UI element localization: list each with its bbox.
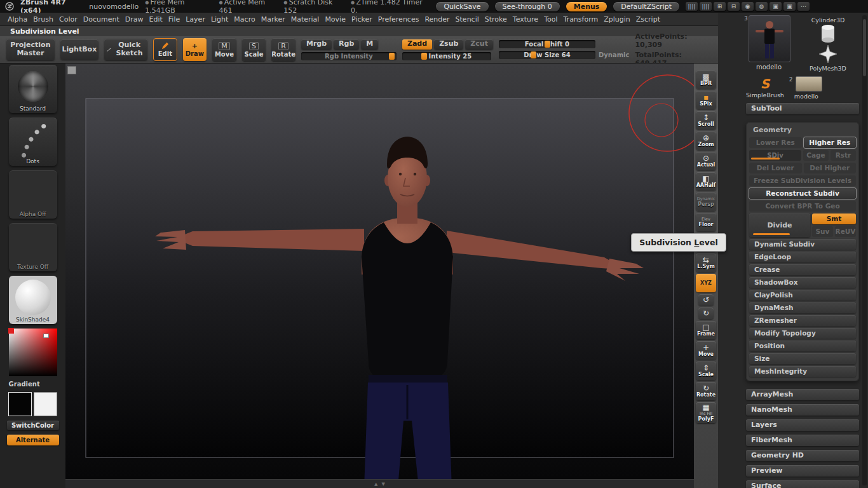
current-tool-thumbnail[interactable]: [749, 15, 790, 62]
geometry-section-header[interactable]: Modify Topology: [749, 328, 856, 339]
menu-item[interactable]: Color: [59, 15, 78, 24]
geometry-section-header[interactable]: Crease: [749, 264, 856, 275]
scroll-button[interactable]: ↕ Scroll: [696, 111, 716, 130]
del-lower-button[interactable]: Del Lower: [749, 163, 802, 173]
geometry-section-header[interactable]: ClayPolish: [749, 290, 856, 301]
rotate-button[interactable]: R Rotate: [271, 38, 295, 61]
convert-bpr-button[interactable]: Convert BPR To Geo: [749, 201, 856, 212]
lock-icon[interactable]: ◉: [742, 2, 754, 11]
lightbox-button[interactable]: LightBox: [60, 39, 98, 60]
canvas-corner-widget[interactable]: [67, 66, 76, 74]
del-higher-button[interactable]: Del Higher: [804, 163, 857, 173]
tool-section-header[interactable]: Layers: [746, 419, 859, 431]
tool-cylinder3d[interactable]: Cylinder3D: [811, 15, 845, 44]
quicksave-button[interactable]: QuickSave: [436, 2, 488, 11]
scroll-down-icon[interactable]: ▼: [382, 482, 385, 487]
actual-button[interactable]: ⊙ Actual: [696, 152, 716, 170]
ui-ribbon-a-icon[interactable]: ||||: [686, 2, 698, 11]
menu-item[interactable]: Preferences: [378, 15, 419, 24]
menu-item[interactable]: Edit: [149, 15, 163, 24]
mrgb-button[interactable]: Mrgb: [301, 39, 332, 50]
z-intensity-handle[interactable]: [421, 53, 427, 60]
rgb-intensity-handle[interactable]: [389, 53, 395, 60]
rgb-intensity-slider[interactable]: Rgb Intensity: [301, 52, 397, 60]
stroke-thumbnail[interactable]: Dots: [9, 118, 57, 166]
menu-item[interactable]: Texture: [513, 15, 538, 24]
alternate-button[interactable]: Alternate: [7, 435, 59, 445]
draw-size-handle[interactable]: [531, 51, 536, 58]
lower-res-button[interactable]: Lower Res: [749, 137, 802, 148]
brush-thumbnail[interactable]: Standard: [9, 65, 57, 113]
menu-item[interactable]: Marker: [261, 15, 285, 24]
dynamic-label[interactable]: Dynamic: [599, 51, 629, 58]
tool-section-header[interactable]: Geometry HD: [746, 450, 859, 461]
persp-button[interactable]: Dynamic Persp: [696, 193, 716, 211]
tool-section-header[interactable]: ArrayMesh: [746, 389, 859, 400]
color-picker[interactable]: [9, 329, 57, 376]
tool-section-header[interactable]: NanoMesh: [746, 404, 859, 416]
focal-shift-handle[interactable]: [545, 41, 550, 48]
spin-ccw-button[interactable]: ↺: [698, 294, 714, 306]
frame-button[interactable]: □ Frame: [696, 321, 716, 339]
window-a-icon[interactable]: ▣: [770, 2, 782, 11]
divider-right-icon[interactable]: ⊟: [728, 2, 740, 11]
sdiv-slider[interactable]: SDiv: [749, 150, 801, 161]
projection-master-button[interactable]: Projection Master: [6, 39, 55, 60]
divide-button[interactable]: Divide: [749, 214, 810, 237]
material-thumbnail[interactable]: SkinShade4: [9, 276, 57, 324]
window-b-icon[interactable]: ▣: [783, 2, 796, 11]
zcut-button[interactable]: Zcut: [465, 39, 493, 50]
menu-item[interactable]: Layer: [186, 15, 205, 24]
suv-button[interactable]: Suv: [812, 226, 833, 237]
menu-item[interactable]: Tool: [544, 15, 557, 24]
higher-res-button[interactable]: Higher Res: [804, 137, 857, 148]
geometry-section-header[interactable]: EdgeLoop: [749, 252, 856, 262]
reuv-button[interactable]: ReUV: [835, 226, 856, 237]
zsub-button[interactable]: Zsub: [434, 39, 463, 50]
tool-section-header[interactable]: Preview: [746, 465, 859, 477]
freeze-subdivision-button[interactable]: Freeze SubDivision Levels: [749, 175, 856, 186]
rotate-button[interactable]: ↻ Rotate: [696, 382, 716, 400]
current-tool[interactable]: 3 modello: [746, 15, 792, 72]
scale-button[interactable]: S Scale: [242, 38, 266, 61]
ui-ribbon-b-icon[interactable]: ||||: [700, 2, 712, 11]
menu-item[interactable]: Movie: [325, 15, 346, 24]
texture-thumbnail[interactable]: Texture Off: [9, 223, 57, 271]
geometry-section-header[interactable]: ShadowBox: [749, 277, 856, 288]
draw-size-slider[interactable]: Draw Size 64: [499, 51, 595, 59]
menu-item[interactable]: File: [168, 15, 180, 24]
tray-scrollbar-thumb[interactable]: [863, 19, 866, 76]
menus-button[interactable]: Menus: [566, 2, 607, 11]
rgb-button[interactable]: Rgb: [334, 39, 359, 50]
geometry-section-header[interactable]: DynaMesh: [749, 302, 856, 313]
geometry-section-header[interactable]: ZRemesher: [749, 315, 856, 326]
tool-polymesh3d[interactable]: PolyMesh3D: [810, 44, 846, 72]
move-button[interactable]: M Move: [212, 38, 236, 61]
tray-scrollbar[interactable]: [862, 15, 867, 485]
subtool-header[interactable]: SubTool: [746, 103, 859, 114]
menu-item[interactable]: Draw: [125, 15, 144, 24]
default-zscript-button[interactable]: DefaultZScript: [613, 2, 679, 11]
menu-item[interactable]: Zplugin: [604, 15, 630, 24]
menu-item[interactable]: Picker: [351, 15, 372, 24]
edit-button[interactable]: Edit: [153, 38, 177, 61]
move-button[interactable]: + Move: [696, 341, 716, 360]
spix-button[interactable]: ▪ SPix: [696, 91, 716, 109]
draw-button[interactable]: + Draw: [183, 38, 207, 61]
quick-sketch-button[interactable]: Quick Sketch: [104, 39, 147, 60]
menu-item[interactable]: Zscript: [636, 15, 660, 24]
geometry-section-header[interactable]: Position: [749, 341, 856, 351]
geometry-section-header[interactable]: Size: [749, 353, 856, 364]
tool-section-header[interactable]: Surface: [746, 480, 859, 488]
sphere-icon[interactable]: ◍: [756, 2, 768, 11]
zadd-button[interactable]: Zadd: [402, 39, 432, 50]
viewport[interactable]: ▲ ▼: [65, 64, 694, 488]
switchcolor-button[interactable]: SwitchColor: [7, 421, 59, 430]
menu-item[interactable]: Brush: [33, 15, 53, 24]
front-color-swatch[interactable]: [8, 392, 32, 416]
tool-simplebrush[interactable]: S SimpleBrush: [746, 78, 784, 98]
floor-button[interactable]: Elev Floor: [696, 213, 716, 231]
menu-item[interactable]: Macro: [234, 15, 255, 24]
menu-item[interactable]: Alpha: [8, 15, 27, 24]
color-selector[interactable]: [43, 334, 49, 338]
